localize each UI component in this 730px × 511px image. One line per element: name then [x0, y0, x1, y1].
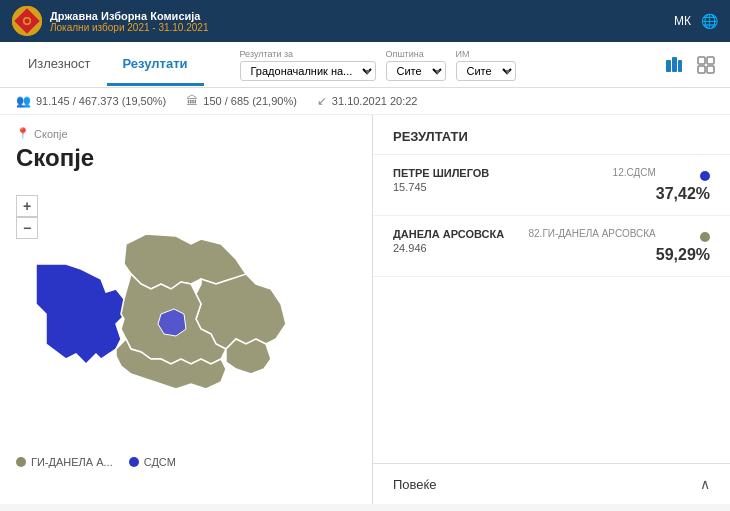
- candidate-row-petre: ПЕТРЕ ШИЛЕГОВ 12.СДСМ 15.745 37,42%: [373, 155, 730, 216]
- region-map: [16, 184, 356, 444]
- candidate-right-danela: 59,29%: [656, 228, 710, 264]
- right-panel: РЕЗУЛТАТИ ПЕТРЕ ШИЛЕГОВ 12.СДСМ 15.745 3…: [372, 115, 730, 504]
- map-container: [16, 184, 356, 448]
- candidate-party-danela: 82.ГИ-ДАНЕЛА АРСОВСКА: [528, 228, 655, 239]
- filter-results-select[interactable]: Градоначалник на...: [240, 61, 376, 81]
- more-label: Повеќе: [393, 477, 436, 492]
- candidate-info-petre: ПЕТРЕ ШИЛЕГОВ 12.СДСМ 15.745: [393, 167, 656, 193]
- tab-izleznost[interactable]: Излезност: [12, 44, 107, 86]
- candidate-votes-petre: 15.745: [393, 181, 656, 193]
- time-icon: ↙: [317, 94, 327, 108]
- candidate-right-petre: 37,42%: [656, 167, 710, 203]
- candidate-name-petre: ПЕТРЕ ШИЛЕГОВ: [393, 167, 489, 179]
- time-value: 31.10.2021 20:22: [332, 95, 418, 107]
- map-legend: ГИ-ДАНЕЛА А... СДСМ: [16, 456, 356, 468]
- candidate-row-danela: ДАНЕЛА АРСОВСКА 82.ГИ-ДАНЕЛА АРСОВСКА 24…: [373, 216, 730, 277]
- more-chevron-icon: ∧: [700, 476, 710, 492]
- map-view-icon[interactable]: [662, 53, 686, 77]
- svg-rect-9: [698, 66, 705, 73]
- candidate-party-petre: 12.СДСМ: [613, 167, 656, 178]
- legend-item-gi: ГИ-ДАНЕЛА А...: [16, 456, 113, 468]
- stations-icon: 🏛: [186, 94, 198, 108]
- map-region-se: [226, 339, 271, 374]
- candidate-info-danela: ДАНЕЛА АРСОВСКА 82.ГИ-ДАНЕЛА АРСОВСКА 24…: [393, 228, 656, 254]
- nav-bar: Излезност Резултати Резултати за Градона…: [0, 42, 730, 88]
- filter-im-group: ИМ Сите: [456, 49, 516, 81]
- location-text: Скопје: [34, 128, 68, 140]
- svg-rect-5: [672, 57, 677, 72]
- filter-results-group: Резултати за Градоначалник на...: [240, 49, 376, 81]
- candidate-votes-danela: 24.946: [393, 242, 656, 254]
- header-left: Државна Изборна Комисија Локални избори …: [12, 6, 208, 36]
- legend-dot-gi: [16, 457, 26, 467]
- filter-results-label: Резултати за: [240, 49, 376, 59]
- legend-label-gi: ГИ-ДАНЕЛА А...: [31, 456, 113, 468]
- candidate-top-danela: ДАНЕЛА АРСОВСКА 82.ГИ-ДАНЕЛА АРСОВСКА: [393, 228, 656, 240]
- svg-point-3: [25, 19, 30, 24]
- stat-voters: 👥 91.145 / 467.373 (19,50%): [16, 94, 166, 108]
- candidate-row-inner-danela: ДАНЕЛА АРСОВСКА 82.ГИ-ДАНЕЛА АРСОВСКА 24…: [393, 228, 710, 264]
- nav-filters: Резултати за Градоначалник на... Општина…: [240, 49, 638, 81]
- svg-rect-7: [698, 57, 705, 64]
- location-pin-icon: 📍: [16, 127, 30, 140]
- filter-opstina-group: Општина Сите: [386, 49, 446, 81]
- candidate-dot-petre: [700, 171, 710, 181]
- svg-rect-6: [678, 60, 682, 72]
- voters-value: 91.145 / 467.373 (19,50%): [36, 95, 166, 107]
- filter-opstina-wrapper[interactable]: Сите: [386, 61, 446, 81]
- stat-stations: 🏛 150 / 685 (21,90%): [186, 94, 297, 108]
- filter-opstina-label: Општина: [386, 49, 446, 59]
- header-right: МК 🌐: [674, 13, 718, 29]
- filter-im-label: ИМ: [456, 49, 516, 59]
- header-title: Државна Изборна Комисија: [50, 10, 208, 22]
- left-panel: 📍 Скопје Скопје + −: [0, 115, 372, 504]
- tab-rezultati[interactable]: Резултати: [107, 44, 204, 86]
- city-title: Скопје: [16, 144, 356, 172]
- filter-im-select[interactable]: Сите: [456, 61, 516, 81]
- voters-icon: 👥: [16, 94, 31, 108]
- candidate-name-danela: ДАНЕЛА АРСОВСКА: [393, 228, 504, 240]
- nav-icons: [662, 53, 718, 77]
- candidate-pct-danela: 59,29%: [656, 246, 710, 264]
- results-header: РЕЗУЛТАТИ: [373, 115, 730, 155]
- zoom-out-button[interactable]: −: [16, 217, 38, 239]
- nav-tabs: Излезност Резултати: [12, 44, 204, 86]
- globe-icon[interactable]: 🌐: [701, 13, 718, 29]
- header-text: Државна Изборна Комисија Локални избори …: [50, 10, 208, 33]
- filter-opstina-select[interactable]: Сите: [386, 61, 446, 81]
- header-subtitle: Локални избори 2021 - 31.10.2021: [50, 22, 208, 33]
- header: Државна Изборна Комисија Локални избори …: [0, 0, 730, 42]
- location-label: 📍 Скопје: [16, 127, 356, 140]
- legend-dot-sdsm: [129, 457, 139, 467]
- map-region-centar: [158, 309, 186, 336]
- header-lang[interactable]: МК: [674, 14, 691, 28]
- stations-value: 150 / 685 (21,90%): [203, 95, 297, 107]
- main-content: 📍 Скопје Скопје + −: [0, 115, 730, 504]
- candidate-row-inner-petre: ПЕТРЕ ШИЛЕГОВ 12.СДСМ 15.745 37,42%: [393, 167, 710, 203]
- candidate-dot-danela: [700, 232, 710, 242]
- filter-results-wrapper[interactable]: Градоначалник на...: [240, 61, 376, 81]
- svg-rect-4: [666, 60, 671, 72]
- grid-view-icon[interactable]: [694, 53, 718, 77]
- zoom-in-button[interactable]: +: [16, 195, 38, 217]
- zoom-controls: + −: [16, 195, 38, 239]
- svg-rect-10: [707, 66, 714, 73]
- filter-im-wrapper[interactable]: Сите: [456, 61, 516, 81]
- candidate-pct-petre: 37,42%: [656, 185, 710, 203]
- legend-label-sdsm: СДСМ: [144, 456, 176, 468]
- svg-rect-8: [707, 57, 714, 64]
- map-region-sdsm: [36, 264, 126, 364]
- stats-bar: 👥 91.145 / 467.373 (19,50%) 🏛 150 / 685 …: [0, 88, 730, 115]
- stat-time: ↙ 31.10.2021 20:22: [317, 94, 418, 108]
- header-logo: [12, 6, 42, 36]
- more-section[interactable]: Повеќе ∧: [373, 463, 730, 504]
- candidate-top-petre: ПЕТРЕ ШИЛЕГОВ 12.СДСМ: [393, 167, 656, 179]
- legend-item-sdsm: СДСМ: [129, 456, 176, 468]
